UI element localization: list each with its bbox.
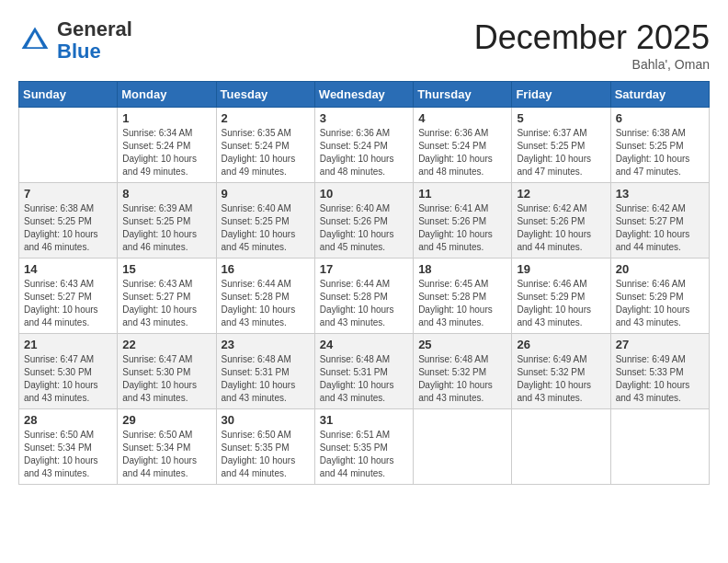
day-number: 10 [320, 187, 408, 201]
calendar-cell: 17Sunrise: 6:44 AM Sunset: 5:28 PM Dayli… [314, 259, 413, 334]
day-number: 17 [320, 262, 408, 276]
calendar-cell: 9Sunrise: 6:40 AM Sunset: 5:25 PM Daylig… [216, 183, 314, 259]
day-of-week-header: Sunday [19, 82, 118, 108]
calendar-week-row: 21Sunrise: 6:47 AM Sunset: 5:30 PM Dayli… [19, 334, 710, 409]
logo-general-text: General [57, 17, 132, 40]
day-info: Sunrise: 6:49 AM Sunset: 5:32 PM Dayligh… [517, 353, 605, 405]
day-info: Sunrise: 6:42 AM Sunset: 5:27 PM Dayligh… [616, 202, 704, 254]
calendar-cell: 2Sunrise: 6:35 AM Sunset: 5:24 PM Daylig… [216, 108, 314, 183]
day-number: 22 [122, 338, 210, 351]
day-info: Sunrise: 6:40 AM Sunset: 5:25 PM Dayligh… [222, 202, 310, 254]
calendar-cell: 11Sunrise: 6:41 AM Sunset: 5:26 PM Dayli… [414, 183, 512, 259]
calendar-cell: 22Sunrise: 6:47 AM Sunset: 5:30 PM Dayli… [118, 334, 216, 409]
calendar-cell: 23Sunrise: 6:48 AM Sunset: 5:31 PM Dayli… [216, 334, 314, 409]
calendar-cell: 10Sunrise: 6:40 AM Sunset: 5:26 PM Dayli… [314, 183, 413, 259]
day-info: Sunrise: 6:42 AM Sunset: 5:26 PM Dayligh… [517, 202, 605, 254]
logo: General Blue [18, 18, 132, 63]
calendar-cell: 8Sunrise: 6:39 AM Sunset: 5:25 PM Daylig… [118, 183, 216, 259]
day-of-week-header: Monday [118, 82, 216, 108]
day-number: 3 [320, 111, 408, 125]
day-number: 7 [24, 187, 112, 201]
calendar-cell: 25Sunrise: 6:48 AM Sunset: 5:32 PM Dayli… [414, 334, 512, 409]
day-number: 18 [418, 262, 506, 276]
calendar-cell: 21Sunrise: 6:47 AM Sunset: 5:30 PM Dayli… [19, 334, 118, 409]
calendar-cell: 29Sunrise: 6:50 AM Sunset: 5:34 PM Dayli… [118, 409, 216, 485]
day-of-week-header: Thursday [414, 82, 512, 108]
calendar-cell: 30Sunrise: 6:50 AM Sunset: 5:35 PM Dayli… [216, 409, 314, 485]
logo-text: General Blue [57, 18, 132, 63]
day-of-week-header: Wednesday [314, 82, 413, 108]
day-info: Sunrise: 6:35 AM Sunset: 5:24 PM Dayligh… [222, 127, 310, 178]
day-info: Sunrise: 6:44 AM Sunset: 5:28 PM Dayligh… [222, 278, 310, 329]
location-text: Bahla', Oman [474, 57, 710, 72]
day-number: 21 [24, 338, 112, 351]
day-info: Sunrise: 6:45 AM Sunset: 5:28 PM Dayligh… [418, 278, 506, 329]
calendar-cell: 12Sunrise: 6:42 AM Sunset: 5:26 PM Dayli… [512, 183, 610, 259]
day-number: 31 [320, 413, 408, 427]
day-number: 26 [517, 338, 605, 351]
day-info: Sunrise: 6:46 AM Sunset: 5:29 PM Dayligh… [517, 278, 605, 329]
calendar-week-row: 14Sunrise: 6:43 AM Sunset: 5:27 PM Dayli… [19, 259, 710, 334]
title-block: December 2025 Bahla', Oman [474, 18, 710, 72]
day-of-week-header: Saturday [610, 82, 709, 108]
day-info: Sunrise: 6:49 AM Sunset: 5:33 PM Dayligh… [616, 353, 704, 405]
day-number: 28 [24, 413, 112, 427]
day-info: Sunrise: 6:43 AM Sunset: 5:27 PM Dayligh… [24, 278, 112, 329]
calendar-week-row: 28Sunrise: 6:50 AM Sunset: 5:34 PM Dayli… [19, 409, 710, 485]
calendar-cell [414, 409, 512, 485]
calendar-cell: 31Sunrise: 6:51 AM Sunset: 5:35 PM Dayli… [314, 409, 413, 485]
day-info: Sunrise: 6:50 AM Sunset: 5:34 PM Dayligh… [122, 429, 210, 480]
day-number: 25 [418, 338, 506, 351]
calendar-header: SundayMondayTuesdayWednesdayThursdayFrid… [19, 82, 710, 108]
day-number: 13 [616, 187, 704, 201]
day-number: 12 [517, 187, 605, 201]
calendar-cell: 19Sunrise: 6:46 AM Sunset: 5:29 PM Dayli… [512, 259, 610, 334]
day-info: Sunrise: 6:41 AM Sunset: 5:26 PM Dayligh… [418, 202, 506, 254]
day-number: 16 [222, 262, 310, 276]
day-of-week-header: Friday [512, 82, 610, 108]
day-number: 1 [122, 111, 210, 125]
day-number: 23 [222, 338, 310, 351]
day-info: Sunrise: 6:48 AM Sunset: 5:31 PM Dayligh… [222, 353, 310, 405]
calendar-body: 1Sunrise: 6:34 AM Sunset: 5:24 PM Daylig… [19, 108, 710, 485]
day-number: 30 [222, 413, 310, 427]
calendar-cell: 1Sunrise: 6:34 AM Sunset: 5:24 PM Daylig… [118, 108, 216, 183]
day-number: 2 [222, 111, 310, 125]
day-number: 4 [418, 111, 506, 125]
day-info: Sunrise: 6:50 AM Sunset: 5:35 PM Dayligh… [222, 429, 310, 480]
calendar-cell [19, 108, 118, 183]
calendar-cell: 28Sunrise: 6:50 AM Sunset: 5:34 PM Dayli… [19, 409, 118, 485]
day-number: 19 [517, 262, 605, 276]
day-number: 8 [122, 187, 210, 201]
day-number: 29 [122, 413, 210, 427]
day-number: 15 [122, 262, 210, 276]
day-info: Sunrise: 6:34 AM Sunset: 5:24 PM Dayligh… [122, 127, 210, 178]
day-number: 9 [222, 187, 310, 201]
day-info: Sunrise: 6:46 AM Sunset: 5:29 PM Dayligh… [616, 278, 704, 329]
day-info: Sunrise: 6:36 AM Sunset: 5:24 PM Dayligh… [418, 127, 506, 178]
day-number: 11 [418, 187, 506, 201]
day-number: 20 [616, 262, 704, 276]
day-info: Sunrise: 6:47 AM Sunset: 5:30 PM Dayligh… [24, 353, 112, 405]
logo-blue-text: Blue [57, 40, 101, 63]
calendar-cell: 24Sunrise: 6:48 AM Sunset: 5:31 PM Dayli… [314, 334, 413, 409]
day-info: Sunrise: 6:38 AM Sunset: 5:25 PM Dayligh… [616, 127, 704, 178]
day-info: Sunrise: 6:48 AM Sunset: 5:32 PM Dayligh… [418, 353, 506, 405]
calendar-cell: 27Sunrise: 6:49 AM Sunset: 5:33 PM Dayli… [610, 334, 709, 409]
day-number: 5 [517, 111, 605, 125]
calendar-cell: 3Sunrise: 6:36 AM Sunset: 5:24 PM Daylig… [314, 108, 413, 183]
day-of-week-header: Tuesday [216, 82, 314, 108]
day-info: Sunrise: 6:38 AM Sunset: 5:25 PM Dayligh… [24, 202, 112, 254]
day-info: Sunrise: 6:43 AM Sunset: 5:27 PM Dayligh… [122, 278, 210, 329]
calendar-cell: 4Sunrise: 6:36 AM Sunset: 5:24 PM Daylig… [414, 108, 512, 183]
day-info: Sunrise: 6:39 AM Sunset: 5:25 PM Dayligh… [122, 202, 210, 254]
day-info: Sunrise: 6:36 AM Sunset: 5:24 PM Dayligh… [320, 127, 408, 178]
logo-icon [18, 24, 51, 57]
calendar-cell [512, 409, 610, 485]
calendar-week-row: 7Sunrise: 6:38 AM Sunset: 5:25 PM Daylig… [19, 183, 710, 259]
day-number: 24 [320, 338, 408, 351]
days-of-week-row: SundayMondayTuesdayWednesdayThursdayFrid… [19, 82, 710, 108]
calendar-cell: 18Sunrise: 6:45 AM Sunset: 5:28 PM Dayli… [414, 259, 512, 334]
calendar-cell: 7Sunrise: 6:38 AM Sunset: 5:25 PM Daylig… [19, 183, 118, 259]
day-info: Sunrise: 6:47 AM Sunset: 5:30 PM Dayligh… [122, 353, 210, 405]
